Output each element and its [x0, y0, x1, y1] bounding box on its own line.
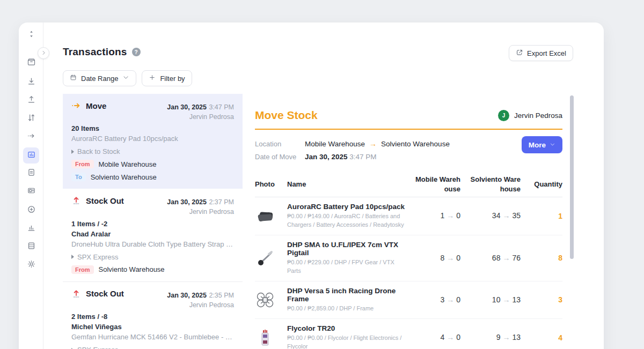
detail-title: Move Stock	[255, 109, 318, 122]
more-button[interactable]: More	[522, 136, 562, 153]
detail-user: J Jervin Pedrosa	[498, 110, 562, 121]
table-row[interactable]: AuroraRC Battery Pad 10pcs/pack ₱0.00 / …	[255, 197, 562, 235]
transaction-card[interactable]: Move Jan 30, 2025 3:47 PM Jervin Pedrosa…	[63, 94, 243, 189]
export-excel-button[interactable]: Export Excel	[509, 45, 573, 61]
product-name: DHP SMA to U.FL/IPEX 7cm VTX Pigtail	[287, 241, 408, 257]
from-warehouse: Solviento Warehouse	[99, 265, 165, 273]
transaction-card[interactable]: Stock Out Jan 30, 2025 2:35 PM Jervin Pe…	[63, 282, 243, 349]
sidebar-item-document-icon[interactable]	[25, 167, 38, 180]
sidebar-item-transfer-icon[interactable]	[25, 112, 38, 125]
pigtail-photo	[255, 249, 275, 267]
mobile-warehouse-change: 1→0	[413, 211, 460, 221]
items-table: PhotoNameMobile WarehouseSolviento Wareh…	[255, 172, 562, 349]
transaction-note-label: Back to Stock	[77, 147, 120, 155]
transaction-card[interactable]: Stock Out Jan 30, 2025 2:37 PM Jervin Pe…	[63, 189, 243, 281]
transaction-date: Jan 30, 2025	[167, 292, 207, 299]
app-window: Transactions ? Export Excel Date Range F…	[19, 23, 604, 349]
to-warehouse: Solviento Warehouse	[91, 173, 157, 181]
bar-chart-icon	[27, 223, 36, 234]
export-excel-label: Export Excel	[527, 49, 566, 57]
sidebar-item-package-icon[interactable]	[25, 56, 38, 69]
filter-by-label: Filter by	[160, 75, 185, 83]
transaction-to-row: To Solviento Warehouse	[71, 173, 234, 181]
sidebar-item-move-icon[interactable]	[25, 130, 38, 143]
transaction-items-count: 20 Items	[71, 124, 234, 132]
database-icon	[27, 241, 36, 253]
table-row[interactable]: DHP Versa 5 inch Racing Drone Frame ₱0.0…	[255, 281, 562, 319]
sidebar-item-card-icon[interactable]	[25, 185, 38, 198]
date-of-move-value: Jan 30, 2025	[305, 153, 348, 161]
transaction-from-row: From Solviento Warehouse	[71, 265, 234, 274]
chevron-down-icon	[122, 74, 129, 83]
detail-scrollbar[interactable]	[570, 94, 574, 349]
quantity-value: 3	[521, 295, 562, 304]
plus-icon	[149, 74, 156, 83]
location-row: Location Mobile Warehouse→Solviento Ware…	[255, 137, 562, 150]
transaction-list: Move Jan 30, 2025 3:47 PM Jervin Pedrosa…	[63, 94, 243, 349]
sidebar-item-add-circle-icon[interactable]	[25, 204, 38, 217]
arrow-right-icon: →	[444, 211, 456, 220]
stock-in-icon	[27, 77, 36, 88]
esc-board-photo	[255, 329, 275, 347]
avatar: J	[498, 110, 509, 121]
sidebar-item-sort-icon[interactable]	[25, 28, 38, 41]
transaction-from-row: From Mobile Warehouse	[71, 160, 234, 168]
sidebar-expand-button[interactable]	[38, 47, 49, 59]
items-table-header: PhotoNameMobile WarehouseSolviento Wareh…	[255, 172, 562, 197]
location-label: Location	[255, 140, 305, 148]
location-from: Mobile Warehouse	[305, 140, 365, 148]
transaction-note-toggle[interactable]: SPX Express	[71, 253, 234, 261]
arrow-right-icon: →	[500, 211, 512, 220]
sidebar-item-stock-in-icon[interactable]	[25, 76, 38, 88]
scrollbar-thumb[interactable]	[570, 95, 574, 259]
column-header: Quantity	[521, 180, 562, 188]
table-row[interactable]: DHP SMA to U.FL/IPEX 7cm VTX Pigtail ₱0.…	[255, 235, 562, 281]
from-badge: From	[71, 160, 94, 168]
solviento-warehouse-change: 10→13	[467, 295, 521, 305]
transaction-note-toggle[interactable]: SPX Express	[71, 346, 234, 349]
sidebar-item-gear-icon[interactable]	[25, 258, 38, 271]
package-icon	[27, 57, 36, 69]
sidebar-item-transactions-icon[interactable]	[23, 147, 39, 164]
transaction-type: Move	[86, 101, 106, 110]
quantity-value: 4	[521, 333, 562, 342]
date-range-label: Date Range	[81, 75, 118, 83]
gear-icon	[27, 259, 36, 271]
transaction-user: Jervin Pedrosa	[167, 301, 234, 310]
transaction-time: 2:35 PM	[209, 292, 234, 299]
transaction-date: Jan 30, 2025	[167, 103, 207, 111]
transaction-time: 3:47 PM	[209, 103, 234, 111]
mobile-warehouse-change: 4→0	[413, 332, 460, 343]
transaction-items-count: 1 Items / -2	[71, 220, 234, 228]
solviento-warehouse-change: 34→35	[467, 211, 521, 221]
help-icon[interactable]: ?	[132, 48, 141, 56]
document-icon	[27, 168, 36, 179]
sidebar-item-stock-out-icon[interactable]	[25, 94, 38, 107]
triangle-right-icon	[71, 255, 74, 259]
column-header: Photo	[255, 180, 287, 188]
mobile-warehouse-change: 3→0	[413, 295, 460, 305]
transaction-note-toggle[interactable]: Back to Stock	[71, 147, 234, 155]
move-icon	[27, 131, 36, 143]
table-row[interactable]: Flycolor TR20 ₱0.00 / ₱0.00 / Flycolor /…	[255, 319, 562, 349]
transaction-product: Gemfan Hurricane MCK 51466 V2 - Bumblebe…	[71, 333, 234, 341]
product-meta: ₱0.00 / ₱0.00 / Flycolor / Flight Electr…	[287, 334, 408, 349]
location-to: Solviento Warehouse	[381, 140, 450, 148]
arrow-right-icon: →	[500, 333, 512, 341]
filter-by-button[interactable]: Filter by	[142, 70, 192, 86]
arrow-right-icon: →	[365, 139, 381, 148]
main-content: Transactions ? Export Excel Date Range F…	[43, 23, 604, 349]
detail-user-name: Jervin Pedrosa	[514, 112, 562, 120]
solviento-warehouse-change: 68→76	[467, 253, 521, 263]
move-arrow-icon	[71, 101, 81, 110]
filter-bar: Date Range Filter by	[63, 70, 192, 86]
sidebar-item-bar-chart-icon[interactable]	[25, 222, 38, 235]
drone-frame-photo	[255, 291, 275, 309]
quantity-value: 8	[521, 254, 562, 262]
date-range-button[interactable]: Date Range	[63, 70, 136, 86]
transaction-detail-panel: Move Stock J Jervin Pedrosa Location Mob…	[247, 94, 568, 349]
column-header: Solviento Warehouse	[467, 175, 521, 194]
sidebar-item-database-icon[interactable]	[25, 240, 38, 253]
more-button-label: More	[529, 141, 546, 149]
sort-icon	[27, 29, 36, 41]
